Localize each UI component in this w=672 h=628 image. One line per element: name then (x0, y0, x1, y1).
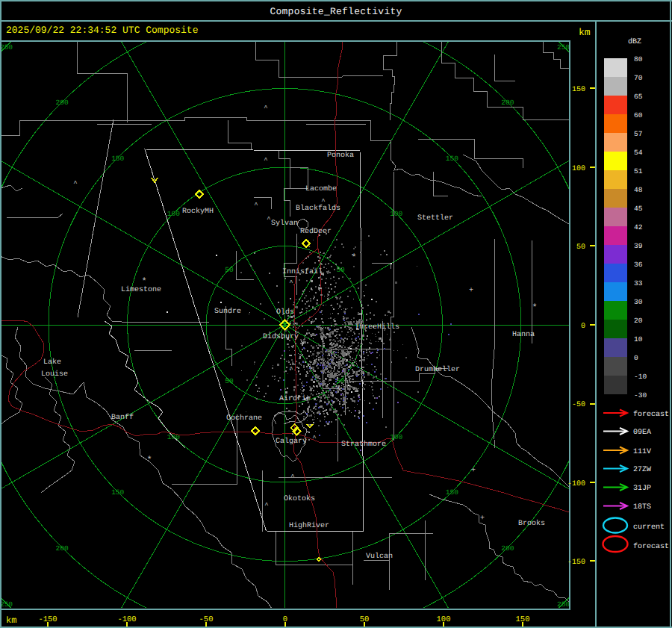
svg-text:Airdrie: Airdrie (279, 394, 311, 403)
svg-text:+: + (471, 467, 476, 475)
svg-text:-10: -10 (634, 373, 647, 381)
svg-text:18TS: 18TS (633, 503, 651, 512)
svg-text:forecast: forecast (633, 542, 669, 551)
svg-text:Okotoks: Okotoks (284, 494, 315, 503)
svg-text:^: ^ (289, 279, 293, 287)
svg-text:dBZ: dBZ (628, 37, 641, 46)
svg-text:HighRiver: HighRiver (289, 521, 329, 530)
svg-text:250: 250 (0, 600, 13, 609)
svg-text:Brooks: Brooks (518, 519, 545, 528)
svg-text:100: 100 (437, 615, 451, 624)
svg-text:^: ^ (264, 157, 267, 164)
svg-text:-50: -50 (572, 401, 585, 409)
svg-text:Ponoka: Ponoka (327, 151, 354, 160)
svg-text:^: ^ (290, 473, 294, 481)
svg-text:km: km (6, 615, 16, 626)
svg-text:31JP: 31JP (633, 485, 651, 493)
svg-text:Composite_Reflectivity: Composite_Reflectivity (270, 6, 402, 17)
svg-text:^: ^ (321, 198, 325, 205)
svg-text:*: * (146, 455, 152, 465)
svg-text:*: * (532, 302, 537, 313)
svg-text:-50: -50 (199, 615, 214, 624)
svg-text:ThreeHills: ThreeHills (355, 323, 399, 332)
svg-text:200: 200 (56, 99, 69, 107)
svg-text:65: 65 (634, 93, 643, 101)
svg-text:Banff: Banff (111, 413, 134, 422)
svg-text:42: 42 (634, 223, 643, 231)
svg-text:100: 100 (390, 210, 402, 218)
svg-text:Didsbury: Didsbury (263, 332, 299, 341)
svg-text:27ZW: 27ZW (633, 466, 651, 474)
svg-text:20: 20 (634, 317, 643, 325)
svg-text:36: 36 (634, 261, 643, 269)
svg-text:Innisfail: Innisfail (282, 267, 323, 276)
svg-text:-30: -30 (634, 391, 647, 400)
svg-text:+: + (469, 287, 473, 295)
svg-text:150: 150 (446, 488, 458, 497)
svg-text:-100: -100 (567, 480, 585, 488)
svg-text:54: 54 (634, 149, 643, 157)
svg-text:^: ^ (264, 502, 268, 509)
svg-text:*: * (141, 276, 146, 287)
svg-text:Strathmore: Strathmore (341, 440, 386, 449)
svg-text:^: ^ (267, 216, 270, 223)
svg-text:200: 200 (501, 544, 514, 553)
svg-text:50: 50 (225, 266, 234, 274)
svg-text:50: 50 (336, 266, 345, 274)
svg-text:-150: -150 (38, 615, 57, 624)
svg-text:70: 70 (634, 74, 643, 82)
svg-text:51: 51 (634, 167, 643, 175)
svg-text:Sundre: Sundre (214, 307, 241, 316)
svg-text:^: ^ (73, 180, 77, 187)
svg-text:33: 33 (634, 279, 643, 287)
svg-text:^: ^ (289, 366, 293, 373)
svg-text:150: 150 (111, 488, 124, 497)
svg-text:RockyMH: RockyMH (182, 207, 214, 216)
svg-text:150: 150 (572, 86, 585, 94)
svg-text:0: 0 (634, 354, 638, 362)
svg-text:km: km (579, 27, 591, 38)
svg-text:150: 150 (111, 155, 124, 163)
svg-text:^: ^ (254, 202, 258, 209)
svg-text:50: 50 (225, 377, 234, 385)
svg-text:80: 80 (634, 55, 643, 63)
svg-text:09EA: 09EA (633, 429, 651, 437)
svg-text:45: 45 (634, 205, 643, 213)
svg-text:-150: -150 (567, 559, 585, 567)
svg-text:^: ^ (336, 386, 340, 394)
svg-text:Olds: Olds (276, 308, 294, 317)
svg-text:Cochrane: Cochrane (226, 414, 262, 423)
svg-text:Sylvan: Sylvan (271, 219, 298, 228)
svg-text:200: 200 (56, 544, 69, 553)
svg-text:^: ^ (312, 435, 316, 442)
svg-text:200: 200 (501, 99, 514, 107)
svg-text:250: 250 (0, 43, 13, 52)
svg-text:150: 150 (446, 155, 458, 163)
svg-text:^: ^ (264, 105, 267, 112)
svg-text:RedDeer: RedDeer (300, 227, 332, 236)
svg-text:10: 10 (634, 335, 643, 343)
svg-text:Blackfalds: Blackfalds (296, 204, 340, 213)
svg-text:100: 100 (572, 165, 585, 173)
svg-text:Hanna: Hanna (512, 331, 535, 339)
svg-text:48: 48 (634, 186, 643, 194)
svg-text:Louise: Louise (41, 370, 68, 379)
svg-text:0: 0 (283, 615, 287, 624)
svg-text:30: 30 (634, 298, 643, 306)
svg-text:2025/09/22 22:34:52 UTC Compos: 2025/09/22 22:34:52 UTC Composite (6, 25, 198, 36)
svg-text:39: 39 (634, 242, 643, 250)
svg-text:50: 50 (576, 243, 585, 252)
svg-text:Lacombe: Lacombe (305, 184, 337, 193)
svg-text:Calgary: Calgary (276, 437, 307, 446)
svg-text:250: 250 (557, 43, 570, 52)
svg-text:150: 150 (516, 615, 530, 624)
svg-text:Drumheller: Drumheller (415, 365, 460, 374)
svg-text:+: + (480, 514, 485, 523)
svg-text:Vulcan: Vulcan (366, 552, 393, 561)
svg-text:57: 57 (634, 130, 642, 138)
svg-text:-100: -100 (117, 615, 136, 624)
svg-text:0: 0 (581, 323, 585, 331)
svg-text:100: 100 (167, 210, 180, 218)
svg-text:50: 50 (360, 615, 370, 624)
svg-text:*: * (351, 252, 356, 263)
